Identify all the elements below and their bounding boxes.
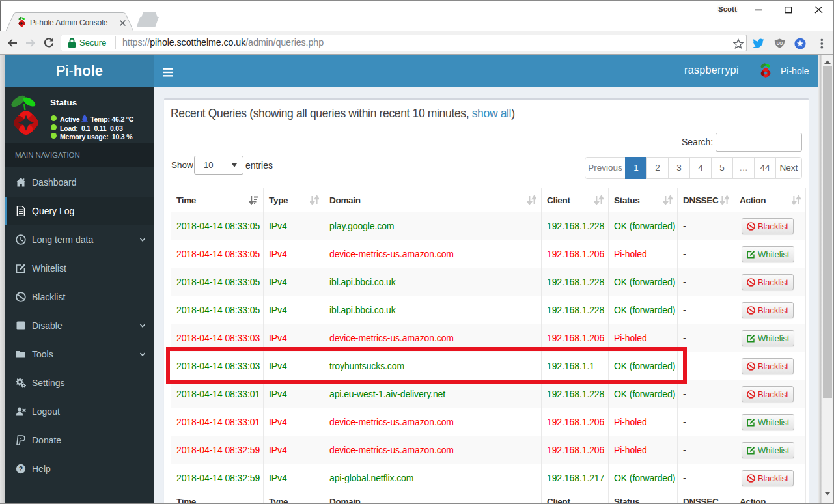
svg-text:UO: UO [777, 41, 783, 46]
svg-text:?: ? [19, 465, 23, 473]
